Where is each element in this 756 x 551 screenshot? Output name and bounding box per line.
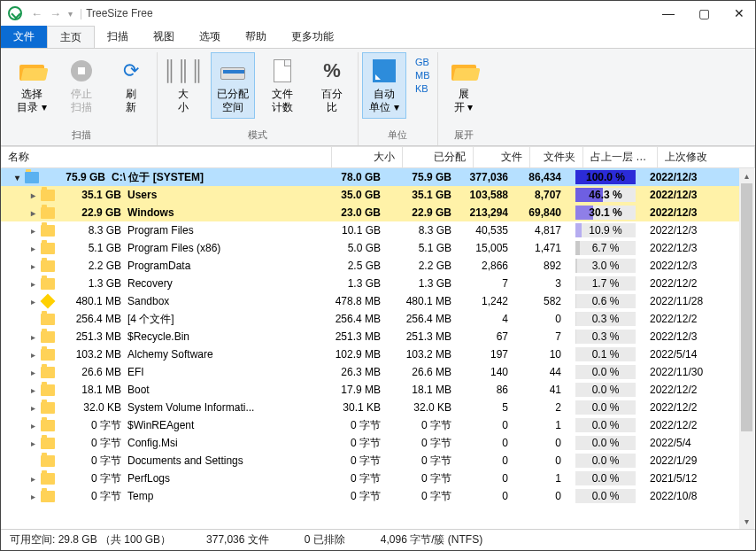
dropdown-icon[interactable]: ▾ bbox=[65, 9, 76, 19]
mode-filecount-button[interactable]: 文件计数 bbox=[260, 52, 305, 119]
row-size-label: 0 字节 bbox=[59, 471, 121, 486]
row-size: 23.0 GB bbox=[317, 204, 388, 221]
row-size: 78.0 GB bbox=[317, 168, 388, 186]
tab-file[interactable]: 文件 bbox=[1, 26, 47, 48]
back-arrow-icon[interactable]: ← bbox=[27, 7, 46, 20]
tree-row[interactable]: ▸0 字节PerfLogs0 字节0 字节010.0 %2021/5/12 bbox=[1, 470, 740, 487]
folder-icon bbox=[41, 349, 55, 361]
unit-mb[interactable]: MB bbox=[412, 69, 434, 81]
expand-caret-icon[interactable]: ▸ bbox=[27, 492, 38, 501]
scrollbar-thumb[interactable] bbox=[741, 183, 752, 431]
row-size-label: 1.3 GB bbox=[59, 277, 121, 290]
row-date: 2022/12/3 bbox=[643, 221, 740, 239]
tree-row[interactable]: ▸251.3 MB$Recycle.Bin251.3 MB251.3 MB677… bbox=[1, 328, 740, 345]
tree-row[interactable]: ▸35.1 GBUsers35.0 GB35.1 GB103,5888,7074… bbox=[1, 186, 740, 204]
header-folders[interactable]: 文件夹 bbox=[530, 147, 583, 167]
close-button[interactable]: ✕ bbox=[730, 6, 748, 20]
tab-more[interactable]: 更多功能 bbox=[279, 26, 346, 48]
scroll-down-icon[interactable]: ▾ bbox=[739, 514, 754, 529]
tree-row[interactable]: ▸26.6 MBEFI26.3 MB26.6 MB140440.0 %2022/… bbox=[1, 363, 740, 381]
tree-row[interactable]: 0 字节Documents and Settings0 字节0 字节000.0 … bbox=[1, 452, 740, 470]
expand-caret-icon[interactable]: ▾ bbox=[12, 173, 22, 182]
row-size: 26.3 MB bbox=[317, 363, 388, 381]
expand-caret-icon[interactable]: ▸ bbox=[27, 297, 38, 307]
expand-caret-icon[interactable]: ▸ bbox=[27, 474, 38, 484]
mode-size-button[interactable]: ║║║大小 bbox=[161, 52, 205, 119]
diamond-icon bbox=[41, 294, 56, 309]
tab-options[interactable]: 选项 bbox=[187, 26, 233, 48]
row-name: Windows bbox=[127, 206, 174, 219]
row-name: Temp bbox=[127, 490, 153, 502]
row-files: 0 bbox=[459, 434, 515, 452]
mode-allocated-button[interactable]: 已分配空间 bbox=[211, 52, 255, 119]
tree-row[interactable]: ▸0 字节Config.Msi0 字节0 字节000.0 %2022/5/4 bbox=[1, 434, 740, 452]
tree-row[interactable]: ▸0 字节$WinREAgent0 字节0 字节010.0 %2022/12/2 bbox=[1, 416, 740, 434]
row-name: System Volume Informati... bbox=[127, 401, 254, 414]
expand-caret-icon[interactable]: ▸ bbox=[27, 226, 38, 236]
row-alloc: 251.3 MB bbox=[388, 328, 459, 345]
row-size-label: 0 字节 bbox=[59, 489, 121, 504]
expand-caret-icon[interactable]: ▸ bbox=[27, 279, 38, 289]
tree-row[interactable]: ▸2.2 GBProgramData2.5 GB2.2 GB2,8668923.… bbox=[1, 257, 740, 275]
tab-home[interactable]: 主页 bbox=[47, 26, 95, 48]
auto-unit-button[interactable]: 自动单位 ▾ bbox=[362, 52, 406, 119]
expand-caret-icon[interactable]: ▸ bbox=[27, 190, 38, 200]
tree-row[interactable]: 256.4 MB[4 个文件]256.4 MB256.4 MB400.3 %20… bbox=[1, 310, 740, 328]
folder-icon bbox=[41, 190, 55, 201]
tab-view[interactable]: 视图 bbox=[141, 26, 187, 48]
expand-caret-icon[interactable]: ▸ bbox=[27, 368, 38, 377]
row-size-label: 480.1 MB bbox=[59, 295, 121, 307]
tree-row[interactable]: ▸22.9 GBWindows23.0 GB22.9 GB213,29469,8… bbox=[1, 204, 740, 221]
tree-row[interactable]: ▸0 字节Temp0 字节0 字节000.0 %2022/10/8 bbox=[1, 487, 740, 505]
expand-caret-icon[interactable]: ▸ bbox=[27, 350, 38, 360]
unit-kb[interactable]: KB bbox=[412, 82, 434, 95]
status-excluded: 0 已排除 bbox=[305, 532, 345, 547]
expand-caret-icon[interactable]: ▸ bbox=[27, 244, 38, 253]
vertical-scrollbar[interactable]: ▴ ▾ bbox=[739, 168, 754, 529]
expand-caret-icon[interactable]: ▸ bbox=[27, 261, 38, 271]
header-date[interactable]: 上次修改 bbox=[658, 147, 755, 167]
ribbon-group-unit: 自动单位 ▾ GB MB KB 单位 bbox=[359, 52, 438, 145]
row-name: $Recycle.Bin bbox=[127, 330, 189, 343]
header-percent[interactable]: 占上一层 %... bbox=[583, 147, 658, 167]
expand-caret-icon[interactable]: ▸ bbox=[27, 208, 38, 218]
header-alloc[interactable]: 已分配 bbox=[403, 147, 474, 167]
expand-caret-icon[interactable]: ▸ bbox=[27, 332, 38, 342]
scroll-up-icon[interactable]: ▴ bbox=[739, 168, 754, 183]
folder-open-icon bbox=[19, 61, 44, 81]
row-alloc: 26.6 MB bbox=[388, 363, 459, 381]
expand-caret-icon[interactable]: ▸ bbox=[27, 403, 38, 413]
expand-button[interactable]: 展开 ▾ bbox=[442, 52, 486, 119]
header-name[interactable]: 名称 bbox=[1, 147, 332, 167]
tree-row[interactable]: ▾75.9 GBC:\ 位于 [SYSTEM]78.0 GB75.9 GB377… bbox=[1, 168, 740, 186]
tree-grid[interactable]: ▾75.9 GBC:\ 位于 [SYSTEM]78.0 GB75.9 GB377… bbox=[1, 168, 755, 529]
row-size: 30.1 KB bbox=[317, 399, 388, 416]
row-size: 5.0 GB bbox=[317, 239, 388, 257]
ruler-icon bbox=[373, 59, 396, 82]
expand-caret-icon[interactable]: ▸ bbox=[27, 385, 38, 395]
tree-row[interactable]: ▸480.1 MBSandbox478.8 MB480.1 MB1,242582… bbox=[1, 292, 740, 310]
tree-row[interactable]: ▸8.3 GBProgram Files10.1 GB8.3 GB40,5354… bbox=[1, 221, 740, 239]
header-files[interactable]: 文件 bbox=[474, 147, 530, 167]
header-size[interactable]: 大小 bbox=[332, 147, 403, 167]
row-folders: 582 bbox=[515, 292, 568, 310]
forward-arrow-icon[interactable]: → bbox=[46, 7, 65, 20]
refresh-button[interactable]: ⟳刷新 bbox=[109, 52, 153, 119]
tree-row[interactable]: ▸5.1 GBProgram Files (x86)5.0 GB5.1 GB15… bbox=[1, 239, 740, 257]
tree-row[interactable]: ▸18.1 MBBoot17.9 MB18.1 MB86410.0 %2022/… bbox=[1, 381, 740, 399]
minimize-button[interactable]: — bbox=[660, 6, 677, 20]
expand-caret-icon[interactable]: ▸ bbox=[27, 421, 38, 431]
tree-row[interactable]: ▸1.3 GBRecovery1.3 GB1.3 GB731.7 %2022/1… bbox=[1, 275, 740, 292]
tab-help[interactable]: 帮助 bbox=[233, 26, 279, 48]
tree-row[interactable]: ▸32.0 KBSystem Volume Informati...30.1 K… bbox=[1, 399, 740, 416]
row-files: 67 bbox=[459, 328, 515, 345]
unit-gb[interactable]: GB bbox=[412, 56, 434, 68]
row-name: Alchemy Software bbox=[127, 348, 213, 361]
mode-percent-button[interactable]: %百分比 bbox=[310, 52, 354, 119]
expand-caret-icon[interactable]: ▸ bbox=[27, 438, 38, 448]
tree-row[interactable]: ▸103.2 MBAlchemy Software102.9 MB103.2 M… bbox=[1, 345, 740, 363]
maximize-button[interactable]: ▢ bbox=[695, 6, 713, 20]
tab-scan[interactable]: 扫描 bbox=[95, 26, 141, 48]
row-alloc: 480.1 MB bbox=[388, 292, 459, 310]
select-directory-button[interactable]: 选择目录 ▾ bbox=[10, 52, 54, 119]
